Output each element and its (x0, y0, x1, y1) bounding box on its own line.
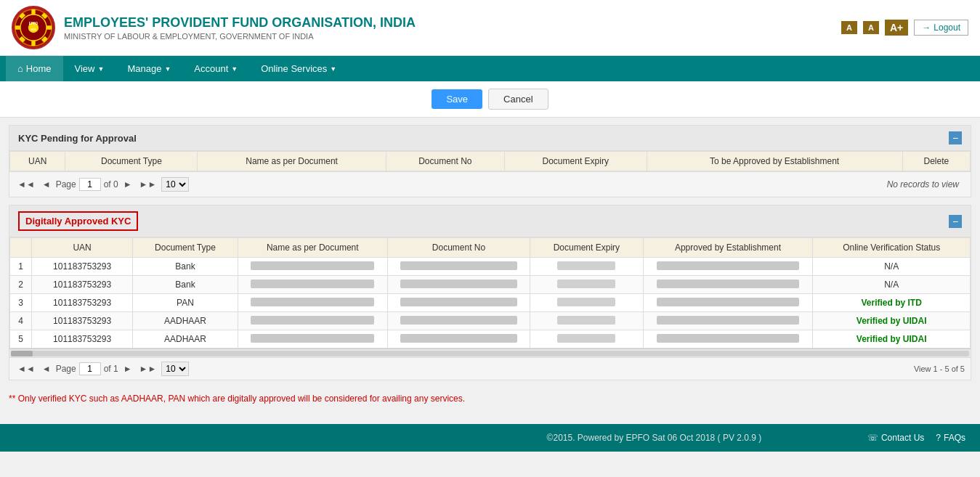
col-delete: Delete (902, 152, 970, 171)
row-doc-type: PAN (133, 294, 238, 312)
of-text2: of 1 (104, 364, 118, 374)
org-subtitle: MINISTRY OF LABOUR & EMPLOYMENT, GOVERNM… (64, 32, 416, 41)
row-status: Verified by UIDAI (813, 330, 971, 348)
disclaimer-text: ** Only verified KYC such as AADHAAR, PA… (0, 388, 980, 409)
row-expiry (530, 330, 643, 348)
svg-rect-5 (15, 25, 20, 29)
row-doc-no (387, 258, 530, 276)
row-uan: 101183753293 (32, 312, 133, 330)
nav-view-label: View (75, 63, 95, 74)
contact-us-label: Contact Us (881, 433, 924, 443)
online-services-dropdown-icon: ▼ (330, 65, 336, 73)
kyc-approved-collapse-button[interactable]: − (949, 215, 962, 228)
row-approved-by (643, 258, 813, 276)
font-medium-button[interactable]: A (863, 21, 879, 34)
svg-rect-3 (31, 9, 35, 15)
header-right: A A A+ → Logout (841, 20, 968, 36)
logout-button[interactable]: → Logout (914, 20, 968, 36)
kyc-approved-table: UAN Document Type Name as per Document D… (9, 237, 971, 348)
per-page-select2[interactable]: 10 25 50 (161, 362, 189, 376)
row-expiry (530, 312, 643, 330)
row-expiry (530, 258, 643, 276)
contact-us-link[interactable]: ☏ Contact Us (867, 433, 924, 443)
view-count-text: View 1 - 5 of 5 (914, 364, 965, 373)
col-approved-by-est: To be Approved by Establishment (647, 152, 902, 171)
kyc-approved-title: Digitally Approved KYC (18, 211, 138, 231)
kyc-approved-header: Digitally Approved KYC − (9, 205, 971, 237)
row-approved-by (643, 294, 813, 312)
row-name (238, 294, 387, 312)
table-row: 5 101183753293 AADHAAR Verified by UIDAI (10, 330, 971, 348)
col-name-doc: Name as per Document (198, 152, 386, 171)
col-doc-no2: Document No (387, 238, 530, 258)
page-number-input[interactable] (79, 178, 101, 191)
nav-online-services-label: Online Services (261, 63, 327, 74)
col-doc-type2: Document Type (133, 238, 238, 258)
col-doc-no: Document No (386, 152, 504, 171)
main-nav: ⌂ Home View ▼ Manage ▼ Account ▼ Online … (0, 56, 980, 81)
per-page-select[interactable]: 10 25 50 (161, 177, 189, 192)
prev-page-button2[interactable]: ◄ (40, 363, 53, 375)
last-page-button[interactable]: ►► (137, 179, 159, 190)
row-doc-type: Bank (133, 258, 238, 276)
nav-online-services[interactable]: Online Services ▼ (249, 56, 348, 81)
horizontal-scrollbar[interactable] (9, 348, 971, 357)
row-name (238, 258, 387, 276)
kyc-pending-collapse-button[interactable]: − (949, 131, 962, 144)
table-row: 2 101183753293 Bank N/A (10, 276, 971, 294)
kyc-pending-table: UAN Document Type Name as per Document D… (9, 151, 971, 171)
kyc-pending-pagination: ◄◄ ◄ Page of 0 ► ►► 10 25 50 No records … (9, 171, 971, 197)
table-row: 4 101183753293 AADHAAR Verified by UIDAI (10, 312, 971, 330)
kyc-pending-title: KYC Pending for Approval (18, 133, 137, 144)
row-name (238, 276, 387, 294)
kyc-pending-section: KYC Pending for Approval − UAN Document … (9, 125, 971, 197)
row-num: 1 (10, 258, 32, 276)
org-title: EMPLOYEES' PROVIDENT FUND ORGANISATION, … (64, 15, 416, 30)
font-large-button[interactable]: A+ (885, 20, 908, 36)
logout-icon: → (922, 23, 931, 33)
col-doc-expiry2: Document Expiry (530, 238, 643, 258)
row-doc-type: AADHAAR (133, 312, 238, 330)
row-num: 4 (10, 312, 32, 330)
nav-manage-label: Manage (127, 63, 161, 74)
view-dropdown-icon: ▼ (98, 65, 105, 73)
page-number-input2[interactable] (79, 362, 101, 375)
next-page-button2[interactable]: ► (121, 363, 134, 375)
nav-account[interactable]: Account ▼ (182, 56, 249, 81)
font-small-button[interactable]: A (841, 21, 857, 34)
row-doc-type: Bank (133, 276, 238, 294)
faqs-link[interactable]: ? FAQs (936, 433, 965, 443)
col-name-doc2: Name as per Document (238, 238, 387, 258)
logout-label: Logout (934, 23, 960, 33)
pagination-controls2: ◄◄ ◄ Page of 1 ► ►► 10 25 50 (15, 362, 189, 376)
row-approved-by (643, 312, 813, 330)
nav-manage[interactable]: Manage ▼ (116, 56, 182, 81)
phone-icon: ☏ (867, 433, 878, 443)
manage-dropdown-icon: ▼ (164, 65, 171, 73)
next-page-button[interactable]: ► (121, 179, 134, 190)
nav-home[interactable]: ⌂ Home (6, 56, 63, 81)
table-row: 3 101183753293 PAN Verified by ITD (10, 294, 971, 312)
col-uan2: UAN (32, 238, 133, 258)
nav-view[interactable]: View ▼ (63, 56, 116, 81)
col-doc-type: Document Type (65, 152, 198, 171)
faqs-label: FAQs (944, 433, 965, 443)
kyc-approved-section: Digitally Approved KYC − UAN Document Ty… (9, 205, 971, 380)
last-page-button2[interactable]: ►► (137, 363, 159, 375)
table-row: 1 101183753293 Bank N/A (10, 258, 971, 276)
save-button[interactable]: Save (432, 89, 482, 109)
row-doc-no (387, 330, 530, 348)
row-uan: 101183753293 (32, 330, 133, 348)
row-num: 3 (10, 294, 32, 312)
page-header: EPFO INDIA EMPLOYEES' PROVIDENT FUND ORG… (0, 0, 980, 56)
row-expiry (530, 276, 643, 294)
cancel-button[interactable]: Cancel (488, 89, 548, 110)
nav-account-label: Account (194, 63, 228, 74)
first-page-button[interactable]: ◄◄ (15, 179, 37, 190)
row-doc-no (387, 276, 530, 294)
first-page-button2[interactable]: ◄◄ (15, 363, 37, 375)
row-name (238, 330, 387, 348)
prev-page-button[interactable]: ◄ (40, 179, 53, 190)
footer-links: ☏ Contact Us ? FAQs (867, 433, 965, 443)
row-status: N/A (813, 258, 971, 276)
